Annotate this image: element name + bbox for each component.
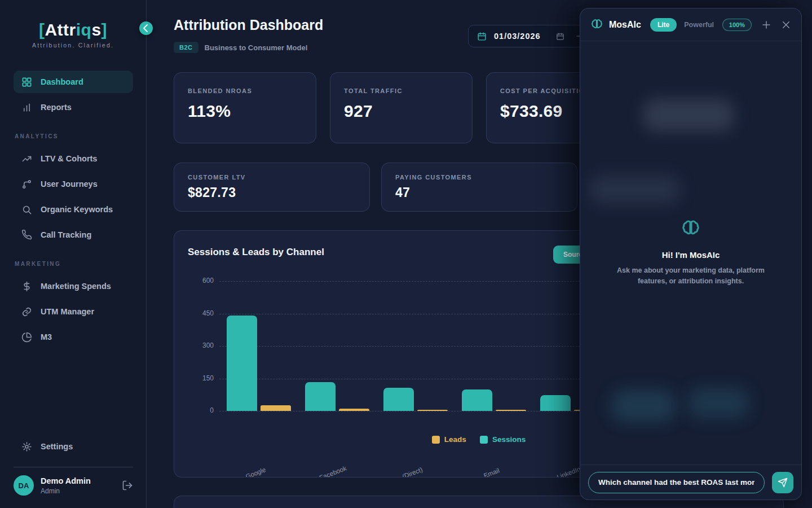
brain-icon [681,218,701,239]
gridline [219,411,614,411]
gridline [219,346,614,347]
sidebar-item-call-tracking[interactable]: Call Tracking [14,224,133,246]
sidebar-divider [14,467,133,467]
trend-up-icon [21,154,32,164]
sidebar-item-label: User Journeys [41,179,98,189]
blurred-message-1 [643,99,734,132]
legend-label: Leads [444,435,466,444]
sidebar-item-marketing-spends[interactable]: Marketing Spends [14,275,133,297]
kpi-card-paying-customers: PAYING CUSTOMERS47 [381,163,577,212]
logo-text-accent: iq [76,20,92,39]
nav-section-header: MARKETING [15,261,133,267]
legend-label: Sessions [492,435,526,444]
send-button[interactable] [772,472,793,493]
bar-sessions-direct [383,388,414,411]
bar-sessions-facebook [305,382,336,411]
blurred-suggestion-chip-1 [612,390,675,422]
chat-header: MosAIc Lite Powerful 100% [580,8,801,41]
bar-leads-google [261,405,291,411]
sidebar-bottom: Settings DA Demo Admin Admin [14,435,133,508]
chevron-left-icon [139,21,153,35]
phone-icon [21,230,32,240]
bar-sessions-google [227,316,257,411]
plus-icon[interactable] [761,20,771,30]
logo-text-2: s [91,20,101,39]
kpi-value: 113% [188,102,302,121]
sidebar-item-organic-keywords[interactable]: Organic Keywords [14,198,133,221]
logo-bracket-open: [ [39,20,45,39]
y-axis-tick: 600 [190,277,214,284]
y-axis-tick: 300 [190,341,214,349]
kpi-value: 47 [395,185,563,200]
kpi-value: $827.73 [188,185,356,200]
close-icon[interactable] [781,20,791,30]
legend-swatch [432,436,440,444]
kpi-card-customer-ltv: CUSTOMER LTV$827.73 [174,163,370,212]
chat-footer [580,465,801,500]
mode-powerful-button[interactable]: Powerful [684,21,714,29]
kpi-card-total-traffic: TOTAL TRAFFIC927 [330,72,473,143]
kpi-row-1: BLENDED NROAS113%TOTAL TRAFFIC927COST PE… [174,72,629,143]
model-badge: B2C [174,42,198,53]
sidebar: [Attriqs] Attribution. Clarified. Dashbo… [0,0,147,508]
logo: [Attriqs] Attribution. Clarified. [0,20,146,49]
user-row: DA Demo Admin Admin [14,475,133,508]
sidebar-item-label: Reports [41,103,72,112]
sidebar-item-label: Settings [41,442,73,451]
dollar-icon [21,281,32,292]
credits-badge: 100% [722,19,752,31]
sidebar-item-utm-manager[interactable]: UTM Manager [14,300,133,323]
calendar-small-icon[interactable] [556,32,564,41]
x-axis-label: Facebook [318,465,347,478]
sidebar-item-label: M3 [41,332,52,341]
page-title: Attribution Dashboard [174,17,323,33]
mosaic-chat-panel: MosAIc Lite Powerful 100% Hi! I'm MosAIc… [580,8,802,500]
gridline [219,281,614,282]
bar-chart-plot: 0150300450600GoogleFacebook(Direct)Email… [219,281,614,411]
user-name: Demo Admin [41,476,122,485]
chat-greeting: Hi! I'm MosAIc [580,250,801,260]
chart-title: Sessions & Leads by Channel [188,247,324,258]
legend-item-leads: Leads [432,435,466,444]
chat-input[interactable] [588,472,765,493]
bar-leads-direct [417,410,448,411]
mode-lite-button[interactable]: Lite [650,18,677,32]
user-role: Admin [41,487,122,495]
search-icon [21,204,32,215]
x-axis-label: Email [483,467,500,478]
bar-sessions-email [462,389,492,411]
legend-swatch [480,436,488,444]
x-axis-label: (Direct) [401,466,423,478]
sidebar-item-label: Marketing Spends [41,282,111,291]
logout-icon[interactable] [122,480,133,491]
x-axis-label: LinkedIn [556,466,581,478]
kpi-value: 927 [344,102,458,121]
attribution-dashboard-app: { "brand": { "accent_color": "#2eb8ae", … [0,0,812,508]
y-axis-tick: 0 [190,406,214,414]
kpi-row-2: CUSTOMER LTV$827.73PAYING CUSTOMERS47 [174,163,577,212]
sidebar-item-label: Call Tracking [41,230,91,239]
logo-tagline: Attribution. Clarified. [0,42,146,49]
sidebar-item-label: LTV & Cohorts [41,154,97,163]
chat-title: MosAIc [609,20,641,30]
sidebar-item-settings[interactable]: Settings [14,435,133,458]
sidebar-item-reports[interactable]: Reports [14,96,133,119]
bar-leads-email [496,410,526,411]
user-meta: Demo Admin Admin [41,476,122,495]
sidebar-item-user-journeys[interactable]: User Journeys [14,173,133,195]
nav-section-header: ANALYTICS [15,133,133,139]
sidebar-item-dashboard[interactable]: Dashboard [14,71,133,93]
sidebar-item-m3[interactable]: M3 [14,326,133,348]
pie-icon [21,332,32,343]
bar-chart-icon [21,102,32,113]
route-icon [21,179,32,190]
sidebar-collapse-button[interactable] [139,21,153,35]
gear-icon [21,441,32,452]
sidebar-item-ltv-cohorts[interactable]: LTV & Cohorts [14,147,133,170]
bar-leads-facebook [339,409,369,411]
chat-description: Ask me about your marketing data, platfo… [602,265,780,287]
model-row: B2C Business to Consumer Model [174,42,307,53]
blurred-suggestion-chip-2 [688,388,749,418]
kpi-label: TOTAL TRAFFIC [344,87,458,94]
link-icon [21,306,32,317]
